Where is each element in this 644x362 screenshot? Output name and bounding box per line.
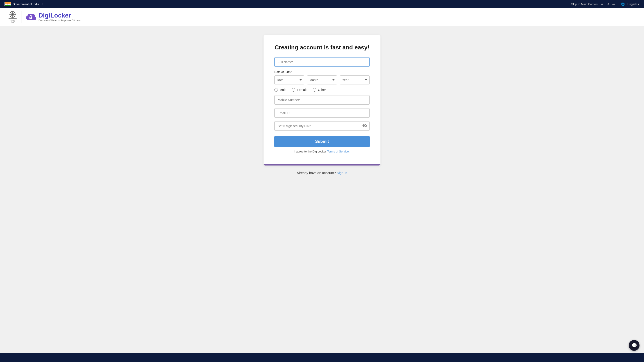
svg-line-8 [13,12,15,14]
separator: | [618,2,618,6]
svg-line-9 [10,15,12,16]
topbar-right: Skip to Main Content A+ A -A | 🌐 English… [571,2,640,6]
gender-other-radio[interactable] [313,88,316,92]
main-content: Creating account is fast and easy! Date … [0,26,644,362]
gov-label: Government of India [12,2,39,6]
gov-info: Government of India ↗ [4,2,43,6]
terms-prefix: I agree to the DigiLocker [294,150,327,153]
gender-female-option[interactable]: Female [292,88,308,92]
language-label: English [627,2,637,6]
gender-male-option[interactable]: Male [274,88,286,92]
signup-form-card: Creating account is fast and easy! Date … [264,35,380,166]
gender-group: Male Female Other [274,88,370,92]
email-group [274,108,370,118]
logo-divider [22,11,22,23]
svg-rect-10 [8,18,17,19]
chevron-down-icon: ▾ [638,2,640,6]
dob-label: Date of Birth* [274,70,370,74]
brand-name: DigiLocker [38,12,80,19]
chat-icon: 💬 [632,343,637,348]
already-account-label: Already have an account? [297,171,336,175]
ashoka-emblem: सत्यमेव जयते [7,10,18,24]
full-name-group [274,57,370,67]
terms-text: I agree to the DigiLocker Terms of Servi… [274,150,370,153]
language-icon: 🌐 [621,2,625,6]
dob-month-select[interactable]: Month JanuaryFebruaryMarchApril MayJuneJ… [307,75,337,84]
dob-date-select[interactable]: Date 12345 678910 1112131415 1617181920 … [274,75,304,84]
gender-other-label: Other [318,88,326,92]
pin-group [274,121,370,131]
gender-male-label: Male [280,88,286,92]
gender-female-radio[interactable] [292,88,295,92]
svg-text:जयते: जयते [11,22,14,23]
digilocker-text-area: DigiLocker Document Wallet to Empower Ci… [38,12,80,22]
font-a-minus[interactable]: -A [612,2,615,6]
terms-of-service-link[interactable]: Terms of Service. [327,150,350,153]
language-selector[interactable]: English ▾ [627,2,640,6]
email-input[interactable] [274,108,370,118]
svg-text:सत्यमेव: सत्यमेव [10,20,15,22]
font-a[interactable]: A [607,2,609,6]
brand-subtitle: Document Wallet to Empower Citizens [38,19,80,22]
mobile-input[interactable] [274,95,370,105]
dob-row: Date 12345 678910 1112131415 1617181920 … [274,75,370,84]
header: सत्यमेव जयते DigiLocker Document Wallet … [0,8,644,26]
sign-in-link[interactable]: Sign In [336,171,347,175]
logo-area: सत्यमेव जयते DigiLocker Document Wallet … [7,10,80,24]
gender-male-radio[interactable] [274,88,278,92]
full-name-input[interactable] [274,57,370,67]
dob-year-select[interactable]: Year 2024202320102000 1995199019851980 1… [340,75,370,84]
footer [0,353,644,362]
svg-line-6 [10,12,12,14]
pin-input[interactable] [274,121,370,131]
font-a-plus[interactable]: A+ [601,2,605,6]
svg-line-7 [13,15,15,16]
form-title: Creating account is fast and easy! [274,44,370,51]
digilocker-logo: DigiLocker Document Wallet to Empower Ci… [25,12,80,22]
skip-main-content-link[interactable]: Skip to Main Content [571,2,598,6]
gender-female-label: Female [297,88,308,92]
gender-other-option[interactable]: Other [313,88,326,92]
pin-input-wrapper [274,121,370,131]
svg-rect-15 [30,18,31,18]
eye-icon [362,124,367,127]
india-flag [4,2,11,6]
dob-group: Date of Birth* Date 12345 678910 1112131… [274,70,370,84]
mobile-group [274,95,370,105]
chat-bubble-button[interactable]: 💬 [629,340,640,351]
toggle-pin-visibility-button[interactable] [362,124,367,128]
top-bar: Government of India ↗ Skip to Main Conte… [0,0,644,8]
submit-button[interactable]: Submit [274,136,370,147]
external-link-icon: ↗ [41,3,43,5]
already-account-text: Already have an account? Sign In [297,171,347,175]
